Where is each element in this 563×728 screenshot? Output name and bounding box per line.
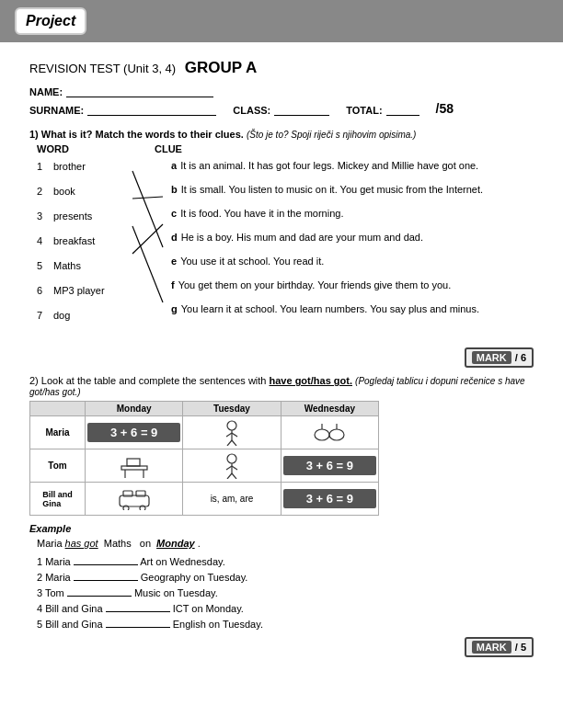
clue-text-e: You use it at school. You read it. — [180, 256, 324, 267]
clue-row-f: f You get them on your birthday. Your fr… — [171, 279, 534, 290]
example-label: Example — [29, 523, 534, 534]
desk-icon — [118, 453, 151, 479]
test-title: REVISION TEST (Unit 3, 4) GROUP A — [29, 59, 534, 77]
hands-icon — [313, 422, 346, 444]
table-cell-billgina-wed: 3 + 6 = 9 — [282, 483, 378, 515]
clue-row-g: g You learn it at school. You learn numb… — [171, 303, 534, 314]
matching-exercise: 1 brother 2 book 3 presents 4 breakfast — [29, 160, 534, 344]
example-subject: Maria — [37, 538, 63, 549]
clue-row-d: d He is a boy. His mum and dad are your … — [171, 232, 534, 243]
word-text-3: presents — [53, 210, 145, 222]
s2-blank[interactable] — [74, 570, 138, 581]
table-cell-billgina-mon — [86, 483, 183, 515]
word-num-3: 3 — [37, 210, 53, 222]
section1-mark-value: / 6 — [515, 352, 526, 363]
clue-row-b: b It is small. You listen to music on it… — [171, 184, 534, 195]
table-cell-maria-mon: 3 + 6 = 9 — [86, 416, 183, 449]
example-day-underline: Monday — [156, 538, 195, 549]
word-num-7: 7 — [37, 309, 53, 321]
word-text-6: MP3 player — [53, 284, 145, 296]
clue-letter-b: b — [171, 184, 178, 195]
section1-number: 1) — [29, 129, 39, 140]
section1-mark-box: MARK / 6 — [465, 347, 534, 368]
word-num-5: 5 — [37, 259, 53, 271]
s4-num: 4 — [37, 603, 45, 614]
clue-text-c: It is food. You have it in the morning. — [180, 208, 343, 219]
s3-num: 3 — [37, 587, 45, 598]
s4-blank[interactable] — [106, 601, 170, 612]
person-icon — [218, 420, 246, 446]
section1-instruction: What is it? Match the words to their clu… — [41, 129, 244, 140]
table-header-wednesday: Wednesday — [282, 402, 378, 415]
section2-title: 2) Look at the table and complete the se… — [29, 375, 534, 397]
s5-num: 5 — [37, 619, 45, 630]
table-header-tuesday: Tuesday — [183, 402, 281, 415]
s5-blank[interactable] — [106, 617, 170, 628]
section2-highlight: have got/has got. — [270, 375, 352, 386]
clue-row-c: c It is food. You have it in the morning… — [171, 208, 534, 219]
table-cell-billgina-tue: is, am, are — [183, 483, 281, 515]
sentence-3: 3 Tom Music on Tuesday. — [37, 586, 534, 598]
s3-blank[interactable] — [67, 586, 132, 597]
svg-line-23 — [232, 473, 236, 479]
class-field[interactable] — [274, 103, 329, 116]
table-header: Monday Tuesday Wednesday — [30, 402, 378, 415]
svg-line-21 — [232, 466, 237, 470]
person2-icon — [218, 453, 246, 479]
table-cell-tom-wed: 3 + 6 = 9 — [282, 449, 378, 482]
section2-mark-value: / 5 — [515, 642, 526, 653]
surname-label: SURNAME: — [29, 105, 84, 116]
s3-subject: Tom — [45, 587, 67, 598]
col-word-header: WORD — [29, 143, 140, 154]
section2-instruction: Look at the table and complete the sente… — [41, 375, 267, 386]
s5-subject: Bill and Gina — [45, 619, 105, 630]
math-box-maria-mon: 3 + 6 = 9 — [87, 423, 180, 442]
clue-text-d: He is a boy. His mum and dad are your mu… — [181, 232, 423, 243]
words-column: 1 brother 2 book 3 presents 4 breakfast — [29, 160, 149, 330]
word-text-5: Maths — [53, 259, 145, 271]
title-prefix: REVISION TEST (Unit 3, 4) — [29, 62, 176, 75]
s4-rest: ICT on Monday. — [173, 603, 244, 614]
sentence-4: 4 Bill and Gina ICT on Monday. — [37, 601, 534, 614]
word-row-3: 3 presents — [37, 210, 149, 222]
clues-column: a It is an animal. It has got four legs.… — [149, 160, 534, 330]
section2-mark-row: MARK / 5 — [29, 637, 534, 657]
table-row-tom: Tom — [30, 449, 378, 482]
name-row: NAME: — [29, 85, 534, 97]
s3-rest: Music on Tuesday. — [134, 587, 218, 598]
example-period: . — [198, 538, 201, 549]
surname-field[interactable] — [87, 103, 216, 116]
total-blank-field[interactable] — [386, 103, 419, 116]
table-row-maria: Maria 3 + 6 = 9 — [30, 415, 378, 449]
table-name-maria: Maria — [30, 416, 86, 449]
s1-subject: Maria — [45, 556, 74, 567]
clue-text-a: It is an animal. It has got four legs. M… — [180, 160, 478, 171]
s1-blank[interactable] — [74, 554, 138, 565]
section2-mark-box: MARK / 5 — [465, 637, 534, 657]
section2-mark-label: MARK — [472, 641, 511, 654]
s1-rest: Art on Wednesday. — [140, 556, 225, 567]
header-bar: Project — [0, 0, 563, 42]
table-cell-tom-mon — [86, 449, 183, 482]
clue-letter-g: g — [171, 303, 178, 314]
word-num-6: 6 — [37, 284, 53, 296]
section1-mark-label: MARK — [472, 351, 511, 364]
word-num-1: 1 — [37, 160, 53, 172]
word-row-5: 5 Maths — [37, 259, 149, 271]
clue-letter-d: d — [171, 232, 178, 243]
clue-row-a: a It is an animal. It has got four legs.… — [171, 160, 534, 171]
svg-line-7 — [232, 433, 237, 437]
s2-subject: Maria — [45, 572, 74, 583]
svg-line-8 — [227, 440, 232, 446]
word-row-4: 4 breakfast — [37, 234, 149, 246]
sentence-5: 5 Bill and Gina English on Tuesday. — [37, 617, 534, 630]
example-on: on — [140, 538, 151, 549]
clue-text-b: It is small. You listen to music on it. … — [181, 184, 483, 195]
clue-text-g: You learn it at school. You learn number… — [181, 303, 479, 314]
word-text-1: brother — [53, 160, 145, 172]
example-text: Maria has got Maths on Monday . — [29, 538, 534, 549]
example-has-underline: has got — [65, 538, 98, 549]
section1-title: 1) What is it? Match the words to their … — [29, 129, 534, 140]
name-label: NAME: — [29, 86, 63, 97]
name-field[interactable] — [66, 85, 213, 97]
